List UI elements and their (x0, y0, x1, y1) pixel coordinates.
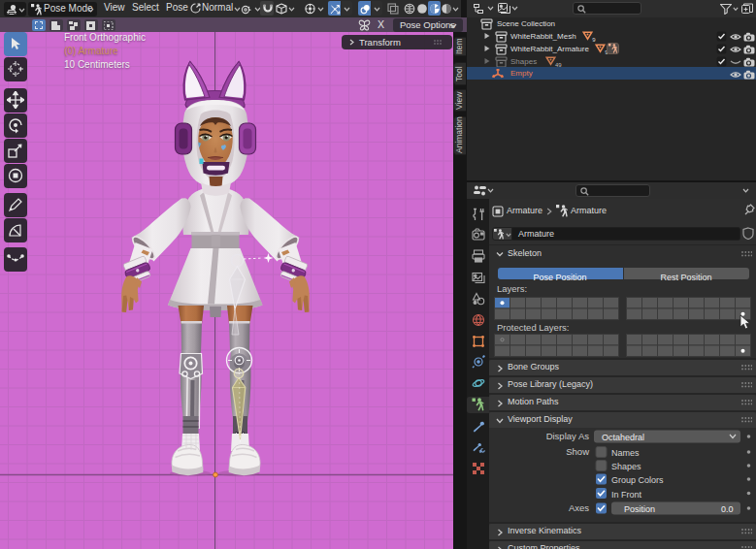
svg-text:0.0: 0.0 (721, 504, 734, 514)
svg-text:Names: Names (611, 448, 640, 458)
svg-text:Shapes: Shapes (611, 462, 641, 471)
svg-text:Position: Position (624, 504, 655, 514)
svg-text:Group Colors: Group Colors (611, 475, 664, 485)
svg-text:9: 9 (592, 37, 596, 43)
svg-text:In Front: In Front (611, 490, 642, 500)
svg-text:Octahedral: Octahedral (602, 433, 644, 442)
